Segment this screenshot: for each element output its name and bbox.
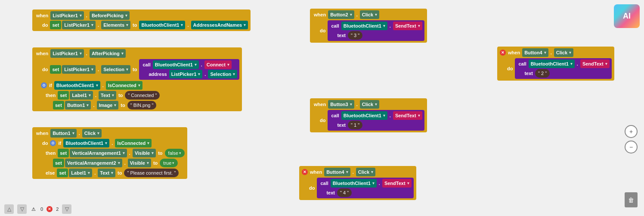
bottom-bar: △ ▽ ⚠ 0 ✕ 2 ▽ xyxy=(4,204,71,214)
text-dd1[interactable]: Text▾ xyxy=(99,91,116,100)
image-dd[interactable]: Image▾ xyxy=(97,101,119,110)
trash-area: 🗑 xyxy=(625,192,638,207)
listpicker1-2[interactable]: ListPicker1▾ xyxy=(62,21,96,29)
selection-address[interactable]: Selection▾ xyxy=(208,70,237,78)
connected-val: " Connected " xyxy=(125,91,160,100)
trash-icon[interactable]: 🗑 xyxy=(625,192,638,207)
warning-count: 0 xyxy=(40,207,43,212)
set5: set xyxy=(58,149,69,157)
scroll-down-btn2[interactable]: ▽ xyxy=(62,204,71,214)
do-label: do xyxy=(41,22,49,28)
error-icon-b4: ✕ xyxy=(302,169,308,175)
text1-val: " 1 " xyxy=(348,121,362,129)
bt-send3[interactable]: BluetoothClient1▾ xyxy=(341,111,387,120)
sendtext7[interactable]: SendText▾ xyxy=(580,59,610,68)
text3-val: " 3 " xyxy=(348,31,362,40)
click-event[interactable]: Click▾ xyxy=(82,129,102,138)
visible1-dd[interactable]: Visible▾ xyxy=(133,149,156,157)
beforepicking-dropdown[interactable]: BeforePicking▾ xyxy=(90,11,130,20)
block-listpicker-beforepicking: when ListPicker1▾ . BeforePicking▾ do se… xyxy=(32,9,251,31)
button3-dd[interactable]: Button3▾ xyxy=(328,100,354,109)
click2[interactable]: Click▾ xyxy=(360,10,379,19)
set4: set xyxy=(53,101,64,110)
click4b[interactable]: Click▾ xyxy=(356,168,375,176)
zoom-controls: + − xyxy=(625,125,638,153)
text-dd2[interactable]: Text▾ xyxy=(98,169,115,177)
set6: set xyxy=(53,159,64,167)
sendtext4b[interactable]: SendText▾ xyxy=(382,179,412,188)
when-label: when xyxy=(35,12,50,19)
click4c[interactable]: Click▾ xyxy=(554,48,573,57)
true-val: true▾ xyxy=(160,159,178,167)
false-val: false▾ xyxy=(165,149,185,157)
addressesandnames-pill[interactable]: AddressesAndNames▾ xyxy=(191,21,248,29)
warning-icon: ⚠ xyxy=(30,206,37,213)
error-icon-b7: ✕ xyxy=(500,50,506,56)
bt-send7[interactable]: BluetoothClient1▾ xyxy=(529,59,575,68)
scroll-down-btn[interactable]: ▽ xyxy=(17,204,27,214)
gear-icon-if[interactable]: ⚙ xyxy=(41,82,47,88)
text4-val: " 4 " xyxy=(337,188,352,197)
isconn2[interactable]: IsConnected▾ xyxy=(115,139,152,147)
when-label2: when xyxy=(35,50,50,57)
va2-dd[interactable]: VerticalArrangement2▾ xyxy=(65,159,122,167)
bt-isconn-client[interactable]: BluetoothClient1▾ xyxy=(54,81,100,90)
set7: set xyxy=(57,169,68,177)
error-count: 2 xyxy=(56,207,59,212)
button4-dd3[interactable]: Button4▾ xyxy=(522,48,548,57)
bin-val: " BIN.png " xyxy=(127,101,157,110)
right-panel: AI xyxy=(614,4,640,28)
block-button1-click: when Button1▾ . Click▾ do ⚙ if Bluetooth… xyxy=(32,127,187,179)
block-button3-click: when Button3▾ . Click▾ do call Bluetooth… xyxy=(310,98,427,132)
lp1-after-dropdown[interactable]: ListPicker1▾ xyxy=(50,49,84,58)
elements-dropdown[interactable]: Elements▾ xyxy=(101,21,130,29)
block-button4-click-2: ✕ when Button4▾ . Click▾ do call Bluetoo… xyxy=(497,47,614,81)
va1-dd[interactable]: VerticalArrangement1▾ xyxy=(70,149,127,157)
zoom-out-btn[interactable]: − xyxy=(625,141,638,153)
block-button2-click: when Button2▾ . Click▾ do call Bluetooth… xyxy=(310,9,427,43)
lp1-address[interactable]: ListPicker1▾ xyxy=(169,70,203,78)
set2: set xyxy=(50,65,61,74)
app-logo: AI xyxy=(614,4,640,28)
bt-send2[interactable]: BluetoothClient1▾ xyxy=(341,22,387,30)
listpicker1-dropdown[interactable]: ListPicker1▾ xyxy=(50,11,84,20)
text2-val: " 2 " xyxy=(535,69,550,78)
bt-cl2[interactable]: BluetoothClient1▾ xyxy=(63,139,109,147)
isconnected-pill[interactable]: IsConnected▾ xyxy=(106,81,142,90)
click3[interactable]: Click▾ xyxy=(360,100,379,109)
scroll-up-btn[interactable]: △ xyxy=(4,204,14,214)
gear-icon-if2[interactable]: ⚙ xyxy=(50,140,56,146)
label1-2-dd[interactable]: Label1▾ xyxy=(69,169,92,177)
selection-dd[interactable]: Selection▾ xyxy=(101,65,130,74)
button4-dd2[interactable]: Button4▾ xyxy=(324,168,350,176)
set3: set xyxy=(58,91,69,100)
label1-dd[interactable]: Label1▾ xyxy=(70,91,93,100)
lp1-sel[interactable]: ListPicker1▾ xyxy=(62,65,96,74)
set-label: set xyxy=(50,21,61,29)
afterpicking-dropdown[interactable]: AfterPicking▾ xyxy=(90,49,126,58)
error-icon-bar: ✕ xyxy=(46,206,53,212)
canvas: when ListPicker1▾ . BeforePicking▾ do se… xyxy=(0,0,644,216)
dot-sep: . xyxy=(85,12,89,19)
connect-method[interactable]: Connect▾ xyxy=(204,60,232,69)
bt-connect-client[interactable]: BluetoothClient1▾ xyxy=(153,60,199,69)
button1-dd[interactable]: Button1▾ xyxy=(65,101,91,110)
bt-send4b[interactable]: BluetoothClient1▾ xyxy=(331,179,377,188)
button1-event-dd[interactable]: Button1▾ xyxy=(50,129,77,138)
please-val: " Please connect first. " xyxy=(124,169,179,177)
zoom-in-btn[interactable]: + xyxy=(625,125,638,138)
block-listpicker-afterpicking: when ListPicker1▾ . AfterPicking▾ do set… xyxy=(32,47,242,111)
sendtext3[interactable]: SendText▾ xyxy=(393,111,422,120)
visible2-dd[interactable]: Visible▾ xyxy=(128,159,151,167)
sendtext2[interactable]: SendText▾ xyxy=(393,22,422,30)
block-button4-click-4: ✕ when Button4▾ . Click▾ do call Bluetoo… xyxy=(299,166,416,200)
button2-dd[interactable]: Button2▾ xyxy=(328,10,354,19)
bluetoothclient1-pill[interactable]: BluetoothClient1▾ xyxy=(139,21,185,29)
